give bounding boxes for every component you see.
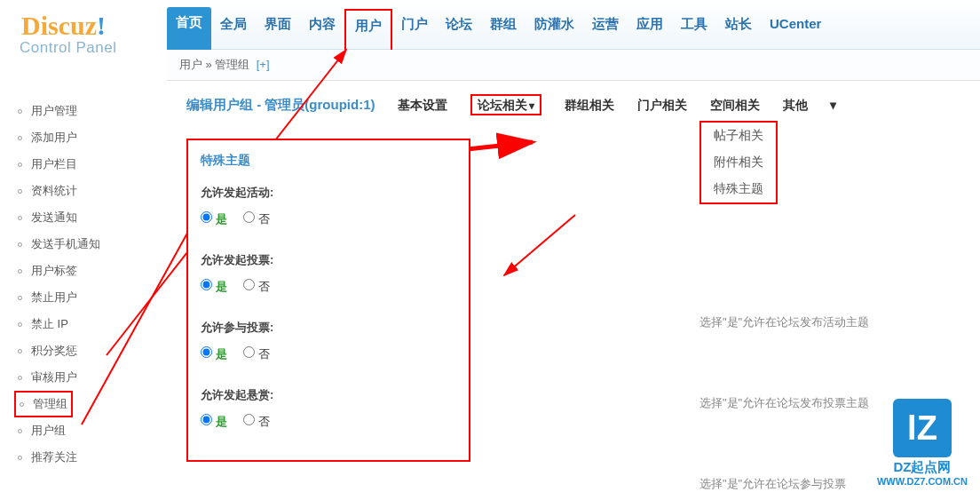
side-item[interactable]: 禁止 IP (0, 311, 167, 337)
bullet-icon (18, 163, 22, 167)
side-item[interactable]: 发送通知 (0, 204, 167, 231)
content: 编辑用户组 - 管理员(groupid:1) 基本设置 论坛相关 群组相关 门户… (167, 81, 980, 492)
dropdown-item[interactable]: 特殊主题 (701, 176, 776, 202)
main: 首页 全局 界面 内容 用户 门户 论坛 群组 防灌水 运营 应用 工具 站长 … (167, 0, 980, 492)
bullet-icon (18, 216, 22, 220)
side-nav: 用户管理 添加用户 用户栏目 资料统计 发送通知 发送手机通知 用户标签 禁止用… (0, 98, 167, 471)
radio-no[interactable]: 否 (243, 212, 270, 226)
bullet-icon (18, 349, 22, 353)
bullet-icon (18, 376, 22, 380)
hint-text: 选择"是"允许在论坛发布活动主题 (699, 313, 973, 332)
side-item[interactable]: 用户栏目 (0, 151, 167, 178)
tab-other[interactable]: 其他 ▾ (783, 98, 837, 112)
logo-subtitle: Control Panel (0, 39, 167, 57)
tab-group[interactable]: 群组相关 (565, 98, 614, 112)
tab-space[interactable]: 空间相关 (710, 98, 760, 112)
side-item-admin-group[interactable]: 管理组 (14, 391, 73, 417)
watermark-logo: lZ (893, 399, 952, 457)
bullet-icon (18, 136, 22, 140)
side-item[interactable]: 用户管理 (0, 98, 167, 124)
special-topic-panel: 特殊主题 允许发起活动: 是 否 允许发起投票: 是 否 允许参与投票: 是 否… (186, 139, 470, 462)
watermark: lZ DZ起点网 WWW.DZ7.COM.CN (865, 399, 980, 487)
radio-no[interactable]: 否 (243, 280, 270, 293)
breadcrumb: 用户 » 管理组 [+] (167, 50, 980, 81)
dropdown-item[interactable]: 帖子相关 (701, 123, 776, 149)
sub-tabs: 基本设置 论坛相关 群组相关 门户相关 空间相关 其他 ▾ (398, 98, 856, 114)
radio-yes[interactable]: 是 (201, 212, 231, 226)
page-title: 编辑用户组 - 管理员(groupid:1) (186, 97, 375, 114)
tab-basic[interactable]: 基本设置 (398, 98, 447, 112)
bullet-icon (18, 296, 22, 300)
field-vote: 允许参与投票: 是 否 (201, 320, 456, 362)
side-item[interactable]: 用户标签 (0, 258, 167, 284)
logo: Discuz! (0, 11, 167, 41)
side-item[interactable]: 添加用户 (0, 124, 167, 151)
bullet-icon (18, 189, 22, 194)
field-reward: 允许发起悬赏: 是 否 (201, 387, 456, 430)
side-item[interactable]: 发送手机通知 (0, 231, 167, 258)
crumb-user[interactable]: 用户 (179, 58, 202, 71)
side-item[interactable]: 推荐关注 (0, 444, 167, 471)
bullet-icon (18, 109, 22, 114)
side-item[interactable]: 资料统计 (0, 178, 167, 204)
radio-no[interactable]: 否 (243, 415, 270, 428)
crumb-admin-group[interactable]: 管理组 (215, 58, 249, 71)
tab-forum-dropdown[interactable]: 论坛相关 (470, 94, 541, 115)
bullet-icon (18, 242, 22, 247)
bullet-icon (18, 429, 22, 433)
panel-heading: 特殊主题 (201, 153, 456, 169)
side-item[interactable]: 审核用户 (0, 364, 167, 391)
nav-home[interactable]: 首页 (167, 7, 211, 51)
bullet-icon (18, 322, 22, 327)
bullet-icon (18, 269, 22, 274)
radio-yes[interactable]: 是 (201, 347, 231, 361)
bullet-icon (20, 402, 24, 407)
side-item[interactable]: 用户组 (0, 417, 167, 444)
crumb-add[interactable]: [+] (257, 58, 270, 71)
tab-portal[interactable]: 门户相关 (637, 98, 687, 112)
radio-no[interactable]: 否 (243, 347, 270, 361)
radio-yes[interactable]: 是 (201, 280, 231, 293)
sidebar: Discuz! Control Panel 用户管理 添加用户 用户栏目 资料统… (0, 0, 167, 492)
dropdown-item[interactable]: 附件相关 (701, 149, 776, 176)
top-nav: 首页 全局 界面 内容 用户 门户 论坛 群组 防灌水 运营 应用 工具 站长 … (167, 0, 980, 50)
field-activity: 允许发起活动: 是 否 (201, 185, 456, 227)
forum-dropdown-menu: 帖子相关 附件相关 特殊主题 (699, 121, 778, 204)
radio-yes[interactable]: 是 (201, 415, 231, 428)
side-item[interactable]: 禁止用户 (0, 284, 167, 311)
side-item[interactable]: 积分奖惩 (0, 337, 167, 364)
field-poll: 允许发起投票: 是 否 (201, 252, 456, 295)
bullet-icon (18, 456, 22, 460)
